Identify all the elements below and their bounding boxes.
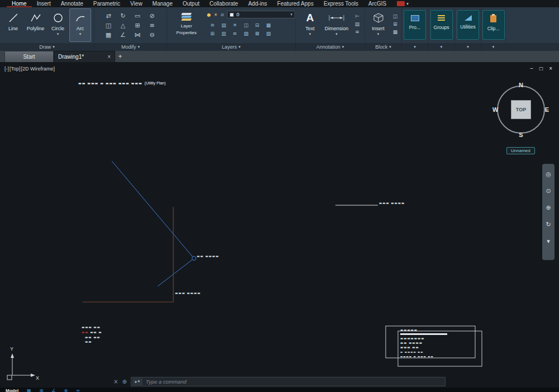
title-block-row-4[interactable]: ▬▬▬ ▬▬ — [400, 346, 419, 349]
ribbon-tab-manage[interactable]: Manage — [148, 0, 178, 7]
clipboard-panel-caret[interactable]: ▾ — [481, 43, 505, 51]
layer-dropdown[interactable]: 0 ▾ — [227, 11, 295, 18]
block-attributes-icon[interactable]: ▦ — [393, 29, 398, 35]
annotation-text-mid[interactable]: ▬▬ ▬▬▬▬ — [197, 254, 219, 258]
pan-icon[interactable]: ⊙ — [546, 187, 551, 195]
utilities-button[interactable]: Utilities — [457, 10, 479, 40]
chevron-down-icon[interactable]: ▾ — [309, 32, 311, 36]
layer-freeze-icon[interactable]: ☀ — [229, 21, 240, 29]
polyline-button[interactable]: Polyline — [25, 8, 46, 42]
circle-button[interactable]: Circle ▾ — [47, 8, 69, 42]
mirror-icon[interactable]: △ — [116, 21, 130, 30]
title-block-row-1[interactable]: ▬▬▬▬▬ — [400, 328, 418, 332]
layer-walk-icon[interactable]: ▦ — [263, 21, 274, 29]
chevron-down-icon[interactable]: ▾ — [335, 32, 338, 36]
layer-thaw-icon[interactable]: ☀ — [214, 12, 217, 17]
ribbon-tab-featured-apps[interactable]: Featured Apps — [272, 0, 319, 7]
chevron-down-icon[interactable]: ▾ — [79, 32, 82, 36]
offset-icon[interactable]: ≡ — [145, 21, 159, 30]
properties-panel-caret[interactable]: ▾ — [401, 43, 428, 51]
legend-row-4[interactable]: ▬▬ — [85, 340, 92, 343]
ribbon-tab-insert[interactable]: Insert — [32, 0, 56, 7]
new-tab-button[interactable]: + — [115, 51, 125, 62]
viewport-menu-button[interactable]: [-] — [4, 66, 9, 72]
ribbon-tab-addins[interactable]: Add-ins — [243, 0, 272, 7]
block-create-icon[interactable]: ⊞ — [393, 21, 397, 27]
viewport-style-button[interactable]: [2D Wireframe] — [21, 66, 55, 72]
dimension-button[interactable]: Dimension ▾ — [323, 8, 350, 42]
rotate-icon[interactable]: ↻ — [116, 11, 130, 21]
ribbon-tab-collaborate[interactable]: Collaborate — [205, 0, 243, 7]
clipboard-button[interactable]: Clip... — [482, 10, 505, 40]
viewcube-east[interactable]: E — [545, 106, 549, 113]
viewcube[interactable]: N S W E TOP — [494, 83, 548, 136]
title-block-row-2[interactable]: ▬▬▬▬▬▬▬ — [400, 337, 424, 340]
grid-icon[interactable]: ▦ — [27, 388, 31, 392]
customize-icon[interactable]: ⊕ — [122, 379, 126, 385]
blue-line-2[interactable] — [158, 258, 194, 286]
chevron-down-icon[interactable]: ▾ — [290, 12, 292, 17]
ribbon-tab-home[interactable]: Home — [7, 0, 32, 7]
viewcube-north[interactable]: N — [519, 82, 523, 88]
erase-icon[interactable]: ⊘ — [145, 11, 159, 21]
blue-line-1[interactable] — [112, 161, 194, 258]
minimize-icon[interactable]: − — [530, 65, 533, 72]
model-tab[interactable]: Model — [6, 388, 18, 392]
tab-drawing1[interactable]: Drawing1* × — [54, 51, 115, 62]
block-edit-icon[interactable]: ◫ — [393, 13, 398, 19]
groups-panel-caret[interactable]: ▾ — [428, 43, 454, 51]
layers-panel-label[interactable]: Layers ▾ — [167, 43, 295, 51]
explode-icon[interactable]: ⊖ — [145, 30, 159, 40]
zoom-icon[interactable]: ⊕ — [546, 204, 551, 211]
layer-on-icon[interactable]: ● — [207, 12, 211, 17]
legend-row-2[interactable]: ▬▬ ▬▬ ▬ — [82, 330, 102, 334]
layer-lock-icon[interactable]: ⊘ — [220, 12, 224, 17]
viewcube-top-face[interactable]: TOP — [511, 100, 531, 119]
layer-current-icon[interactable]: ▧ — [263, 29, 274, 37]
multileader-icon[interactable]: ≡ — [355, 29, 359, 35]
chevron-down-icon[interactable]: ▾ — [377, 32, 380, 36]
command-input[interactable] — [143, 379, 445, 385]
annotation-text-low[interactable]: ▬▬▬ ▬▬▬▬ — [175, 291, 201, 295]
lineweight-icon[interactable]: ≡ — [76, 388, 80, 392]
ribbon-tab-view[interactable]: View — [125, 0, 148, 7]
plan-title-text[interactable]: ▬▬ ▬▬▬ ▬ ▬▬▬ ▬▬▬ ▬▬▬ (Utility Plan) — [78, 81, 165, 85]
title-block-row-3[interactable]: ▬▬ ▬▬▬▬ — [400, 341, 423, 344]
stretch-icon[interactable]: ▦ — [101, 30, 116, 40]
leader-icon[interactable]: ⊢ — [355, 13, 359, 19]
viewport-view-button[interactable]: [Top] — [10, 66, 21, 72]
text-button[interactable]: A Text ▾ — [299, 8, 321, 42]
layer-delete-icon[interactable]: ▥ — [218, 29, 229, 37]
close-icon[interactable]: × — [549, 65, 552, 72]
layer-merge-icon[interactable]: ⊞ — [207, 29, 218, 37]
modify-panel-label[interactable]: Modify ▾ — [94, 43, 167, 51]
snap-icon[interactable]: ⊞ — [40, 388, 44, 392]
arc-button[interactable]: Arc ▾ — [69, 8, 91, 42]
groups-button[interactable]: Groups — [430, 10, 453, 40]
layer-isolate-icon[interactable]: ▤ — [218, 21, 229, 29]
layer-vpfreeze-icon[interactable]: ⊠ — [252, 29, 263, 37]
properties-button[interactable]: Pro... — [404, 10, 426, 40]
ribbon-tab-output[interactable]: Output — [178, 0, 205, 7]
navigation-wheel-icon[interactable]: ◎ — [546, 171, 551, 178]
viewcube-south[interactable]: S — [519, 131, 523, 138]
drawing-geometry[interactable]: Y X — [0, 62, 559, 388]
table-icon[interactable]: ▤ — [355, 21, 360, 27]
draw-panel-label[interactable]: Draw ▾ — [0, 43, 94, 51]
title-block-row-6[interactable]: ▬▬▬▬ ▬ ▬▬▬ ▬▬ — [400, 355, 434, 358]
block-panel-label[interactable]: Block ▾ — [364, 43, 401, 51]
drawing-canvas[interactable]: Y X [-] [Top] [2D Wireframe] − □ × N S W… — [0, 62, 559, 388]
app-badge-icon[interactable] — [397, 1, 405, 6]
ribbon-tab-express-tools[interactable]: Express Tools — [319, 0, 363, 7]
layer-lockfade-icon[interactable]: ▨ — [240, 29, 252, 37]
line-button[interactable]: Line — [2, 8, 24, 42]
chevron-down-icon[interactable]: ▾ — [57, 32, 59, 36]
fillet-icon[interactable]: ∠ — [116, 30, 130, 40]
ribbon-tab-parametric[interactable]: Parametric — [88, 0, 125, 7]
ribbon-tab-annotate[interactable]: Annotate — [56, 0, 88, 7]
ortho-icon[interactable]: ∠ — [51, 388, 55, 392]
insert-button[interactable]: Insert ▾ — [367, 8, 389, 42]
osnap-icon[interactable]: ⊕ — [64, 388, 68, 392]
blue-node-circle[interactable] — [192, 257, 196, 261]
ucs-unnamed-badge[interactable]: Unnamed — [506, 147, 535, 154]
